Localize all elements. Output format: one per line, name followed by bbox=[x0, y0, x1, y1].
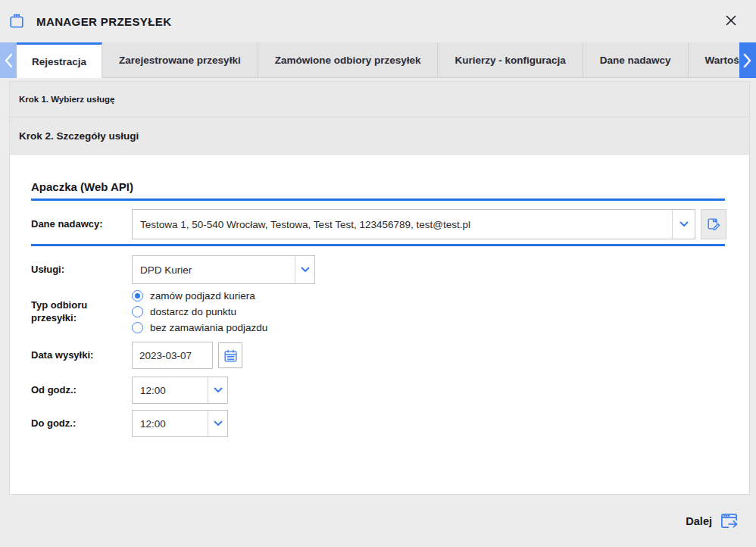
shipment-manager-dialog: { "header": { "title": "MANAGER PRZESYŁE… bbox=[0, 0, 756, 547]
from-time-label: Od godz.: bbox=[31, 384, 132, 396]
ship-date-input[interactable] bbox=[132, 342, 213, 369]
from-time-row: Od godz.: 12:00 bbox=[31, 377, 725, 404]
radio-selected-icon bbox=[132, 290, 143, 302]
tab-zarejestrowane-przesylki[interactable]: Zarejestrowane przesyłki bbox=[102, 42, 258, 78]
radio-label: zamów podjazd kuriera bbox=[150, 290, 255, 302]
radio-label: bez zamawiania podjazdu bbox=[150, 322, 267, 333]
services-select[interactable]: DPD Kurier bbox=[132, 255, 315, 284]
services-label: Usługi: bbox=[31, 264, 132, 276]
address-book-edit-icon bbox=[706, 217, 721, 232]
tabs-scroll-left-button[interactable] bbox=[0, 42, 17, 78]
radio-unselected-icon bbox=[132, 322, 143, 333]
close-icon[interactable] bbox=[723, 13, 739, 28]
chevron-right-icon bbox=[743, 53, 752, 68]
dialog-title: MANAGER PRZESYŁEK bbox=[36, 15, 171, 28]
sender-row: Dane nadawcy: Testowa 1, 50-540 Wrocław,… bbox=[31, 209, 725, 239]
step-2-label: Krok 2. Szczegóły usługi bbox=[19, 130, 139, 142]
radio-label: dostarcz do punktu bbox=[150, 306, 236, 317]
sender-select[interactable]: Testowa 1, 50-540 Wrocław, Testowa, Test… bbox=[132, 209, 695, 239]
tabs-scroll-right-button[interactable] bbox=[739, 42, 756, 78]
services-select-value: DPD Kurier bbox=[133, 256, 295, 283]
radio-unselected-icon bbox=[132, 306, 143, 317]
next-button-label: Dalej bbox=[686, 515, 712, 527]
dialog-footer: Dalej bbox=[0, 495, 756, 547]
ship-date-label: Data wysyłki: bbox=[31, 349, 132, 361]
radio-zamow-podjazd-kuriera[interactable]: zamów podjazd kuriera bbox=[132, 290, 725, 302]
tab-dane-nadawcy[interactable]: Dane nadawcy bbox=[583, 42, 689, 78]
package-icon bbox=[8, 13, 25, 30]
tab-label: Zarejestrowane przesyłki bbox=[119, 55, 241, 66]
to-time-row: Do godz.: 12:00 bbox=[31, 410, 725, 437]
pickup-type-row: Typ odbioru przesyłki: zamów podjazd kur… bbox=[31, 290, 725, 333]
radio-dostarcz-do-punktu[interactable]: dostarcz do punktu bbox=[132, 306, 725, 317]
tab-label: Zamówione odbiory przesyłek bbox=[275, 55, 421, 66]
chevron-down-icon bbox=[208, 377, 227, 403]
step-1-label: Krok 1. Wybierz usługę bbox=[19, 95, 114, 104]
divider bbox=[31, 198, 725, 201]
next-button[interactable]: Dalej bbox=[686, 511, 739, 531]
radio-bez-zamawiania-podjazdu[interactable]: bez zamawiania podjazdu bbox=[132, 322, 725, 333]
divider bbox=[31, 244, 725, 246]
tab-rejestracja[interactable]: Rejestracja bbox=[17, 42, 102, 78]
service-section-title: Apaczka (Web API) bbox=[31, 180, 725, 193]
to-time-value: 12:00 bbox=[133, 411, 208, 436]
to-time-select[interactable]: 12:00 bbox=[132, 410, 228, 437]
chevron-down-icon bbox=[672, 210, 695, 239]
step-1-header[interactable]: Krok 1. Wybierz usługę bbox=[9, 81, 750, 117]
tab-label: Rejestracja bbox=[32, 56, 86, 67]
step-2-header[interactable]: Krok 2. Szczegóły usługi bbox=[9, 117, 750, 155]
calendar-button[interactable] bbox=[218, 342, 242, 368]
chevron-left-icon bbox=[4, 53, 13, 68]
chevron-down-icon bbox=[208, 411, 227, 436]
ship-date-row: Data wysyłki: bbox=[31, 342, 725, 369]
sender-label: Dane nadawcy: bbox=[31, 218, 132, 230]
dialog-header: MANAGER PRZESYŁEK bbox=[0, 0, 756, 42]
pickup-type-label: Typ odbioru przesyłki: bbox=[31, 299, 132, 324]
tab-label: Kurierzy - konfiguracja bbox=[455, 55, 565, 66]
next-arrow-window-icon bbox=[719, 511, 739, 531]
to-time-label: Do godz.: bbox=[31, 417, 132, 430]
edit-sender-button[interactable] bbox=[701, 209, 726, 239]
chevron-down-icon bbox=[295, 256, 314, 283]
content-panel: Krok 1. Wybierz usługę Krok 2. Szczegóły… bbox=[9, 81, 750, 495]
tab-bar: Rejestracja Zarejestrowane przesyłki Zam… bbox=[0, 42, 756, 78]
tab-kurierzy-konfiguracja[interactable]: Kurierzy - konfiguracja bbox=[438, 42, 583, 78]
calendar-icon bbox=[223, 349, 238, 363]
from-time-value: 12:00 bbox=[133, 377, 208, 403]
sender-select-value: Testowa 1, 50-540 Wrocław, Testowa, Test… bbox=[133, 210, 672, 239]
pickup-type-options: zamów podjazd kuriera dostarcz do punktu… bbox=[132, 290, 725, 333]
services-row: Usługi: DPD Kurier bbox=[31, 255, 725, 284]
tab-label: Dane nadawcy bbox=[600, 55, 671, 66]
from-time-select[interactable]: 12:00 bbox=[132, 377, 228, 404]
tab-zamowione-odbiory[interactable]: Zamówione odbiory przesyłek bbox=[258, 42, 439, 78]
step-2-body: Apaczka (Web API) Dane nadawcy: Testowa … bbox=[9, 155, 750, 495]
